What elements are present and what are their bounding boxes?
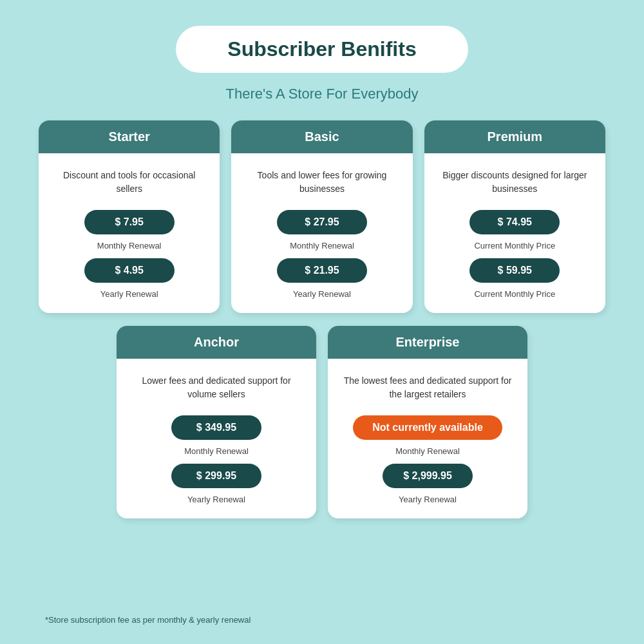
starter-header: Starter xyxy=(39,120,220,153)
page-title: Subscriber Benifits xyxy=(227,37,416,61)
premium-description: Bigger discounts designed for larger bus… xyxy=(437,165,592,200)
enterprise-title: Enterprise xyxy=(334,335,521,350)
premium-monthly-price[interactable]: $ 74.95 xyxy=(469,210,560,234)
basic-description: Tools and lower fees for growing busines… xyxy=(244,165,399,200)
anchor-title: Anchor xyxy=(123,335,310,350)
footnote-text: *Store subscription fee as per monthly &… xyxy=(45,615,251,625)
basic-card: Basic Tools and lower fees for growing b… xyxy=(231,120,412,313)
premium-yearly-price[interactable]: $ 59.95 xyxy=(469,258,560,283)
enterprise-monthly-label: Monthly Renewal xyxy=(395,446,460,456)
premium-monthly-label: Current Monthly Price xyxy=(474,241,555,251)
anchor-header: Anchor xyxy=(117,326,316,359)
title-box: Subscriber Benifits xyxy=(176,26,468,73)
basic-title: Basic xyxy=(238,129,406,144)
premium-yearly-label: Current Monthly Price xyxy=(474,289,555,299)
starter-title: Starter xyxy=(45,129,213,144)
basic-yearly-label: Yearly Renewal xyxy=(293,289,351,299)
enterprise-header: Enterprise xyxy=(328,326,527,359)
enterprise-body: The lowest fees and dedicated support fo… xyxy=(328,359,527,518)
premium-title: Premium xyxy=(431,129,599,144)
premium-card: Premium Bigger discounts designed for la… xyxy=(424,120,605,313)
anchor-monthly-label: Monthly Renewal xyxy=(184,446,249,456)
anchor-card: Anchor Lower fees and dedicated support … xyxy=(117,326,316,518)
enterprise-description: The lowest fees and dedicated support fo… xyxy=(341,370,515,405)
basic-monthly-label: Monthly Renewal xyxy=(290,241,354,251)
anchor-body: Lower fees and dedicated support for vol… xyxy=(117,359,316,518)
starter-monthly-label: Monthly Renewal xyxy=(97,241,162,251)
starter-card: Starter Discount and tools for occasiona… xyxy=(39,120,220,313)
starter-description: Discount and tools for occasional seller… xyxy=(52,165,207,200)
basic-header: Basic xyxy=(231,120,412,153)
enterprise-card: Enterprise The lowest fees and dedicated… xyxy=(328,326,527,518)
starter-monthly-price[interactable]: $ 7.95 xyxy=(84,210,175,234)
enterprise-monthly-price[interactable]: Not currently available xyxy=(353,415,502,440)
starter-body: Discount and tools for occasional seller… xyxy=(39,153,220,313)
enterprise-yearly-label: Yearly Renewal xyxy=(399,495,457,504)
page-subtitle: There's A Store For Everybody xyxy=(226,86,419,102)
anchor-description: Lower fees and dedicated support for vol… xyxy=(129,370,303,405)
top-cards-row: Starter Discount and tools for occasiona… xyxy=(39,120,605,313)
premium-body: Bigger discounts designed for larger bus… xyxy=(424,153,605,313)
starter-yearly-price[interactable]: $ 4.95 xyxy=(84,258,175,283)
basic-monthly-price[interactable]: $ 27.95 xyxy=(277,210,367,234)
basic-body: Tools and lower fees for growing busines… xyxy=(231,153,412,313)
bottom-cards-row: Anchor Lower fees and dedicated support … xyxy=(39,326,605,518)
anchor-yearly-price[interactable]: $ 299.95 xyxy=(171,464,261,488)
premium-header: Premium xyxy=(424,120,605,153)
anchor-yearly-label: Yearly Renewal xyxy=(187,495,245,504)
starter-yearly-label: Yearly Renewal xyxy=(100,289,158,299)
anchor-monthly-price[interactable]: $ 349.95 xyxy=(171,415,261,440)
enterprise-yearly-price[interactable]: $ 2,999.95 xyxy=(383,464,473,488)
basic-yearly-price[interactable]: $ 21.95 xyxy=(277,258,367,283)
